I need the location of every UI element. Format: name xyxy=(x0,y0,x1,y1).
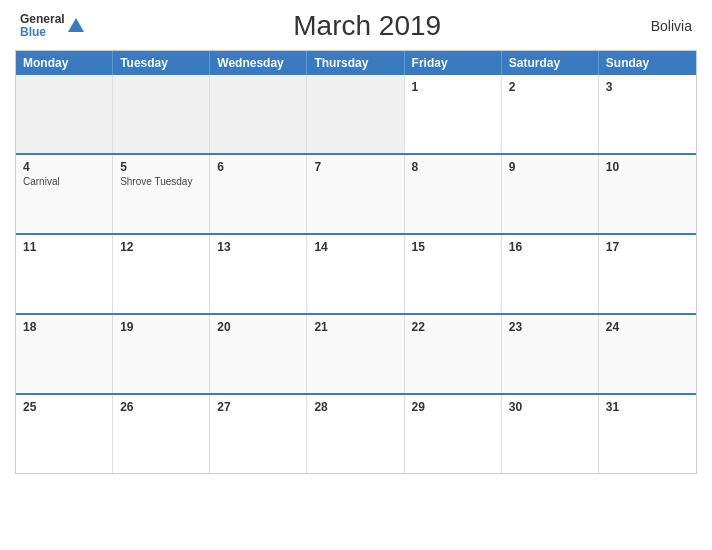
day-cell-25: 25 xyxy=(16,395,113,473)
day-cell-28: 28 xyxy=(307,395,404,473)
weeks-container: 1234Carnival5Shrove Tuesday6789101112131… xyxy=(16,75,696,473)
day-number: 24 xyxy=(606,320,689,334)
day-number: 3 xyxy=(606,80,689,94)
day-cell-31: 31 xyxy=(599,395,696,473)
day-cell-empty-3 xyxy=(307,75,404,153)
day-cell-empty-2 xyxy=(210,75,307,153)
day-cell-empty-1 xyxy=(113,75,210,153)
day-cell-13: 13 xyxy=(210,235,307,313)
day-number: 13 xyxy=(217,240,299,254)
calendar-container: General Blue March 2019 Bolivia MondayTu… xyxy=(0,0,712,550)
day-cell-20: 20 xyxy=(210,315,307,393)
week-row-2: 4Carnival5Shrove Tuesday678910 xyxy=(16,153,696,233)
country-label: Bolivia xyxy=(651,18,692,34)
day-header-monday: Monday xyxy=(16,51,113,75)
day-number: 30 xyxy=(509,400,591,414)
day-number: 15 xyxy=(412,240,494,254)
day-cell-30: 30 xyxy=(502,395,599,473)
day-number: 28 xyxy=(314,400,396,414)
week-row-3: 11121314151617 xyxy=(16,233,696,313)
day-cell-4: 4Carnival xyxy=(16,155,113,233)
day-cell-26: 26 xyxy=(113,395,210,473)
logo: General Blue xyxy=(20,13,84,39)
calendar-header: General Blue March 2019 Bolivia xyxy=(15,10,697,42)
day-number: 31 xyxy=(606,400,689,414)
day-headers-row: MondayTuesdayWednesdayThursdayFridaySatu… xyxy=(16,51,696,75)
day-number: 26 xyxy=(120,400,202,414)
day-number: 9 xyxy=(509,160,591,174)
day-cell-10: 10 xyxy=(599,155,696,233)
day-header-wednesday: Wednesday xyxy=(210,51,307,75)
week-row-5: 25262728293031 xyxy=(16,393,696,473)
day-number: 23 xyxy=(509,320,591,334)
day-cell-29: 29 xyxy=(405,395,502,473)
day-cell-16: 16 xyxy=(502,235,599,313)
day-cell-11: 11 xyxy=(16,235,113,313)
day-number: 27 xyxy=(217,400,299,414)
day-number: 17 xyxy=(606,240,689,254)
day-number: 21 xyxy=(314,320,396,334)
day-cell-8: 8 xyxy=(405,155,502,233)
day-cell-21: 21 xyxy=(307,315,404,393)
day-cell-22: 22 xyxy=(405,315,502,393)
day-cell-14: 14 xyxy=(307,235,404,313)
day-cell-9: 9 xyxy=(502,155,599,233)
day-cell-23: 23 xyxy=(502,315,599,393)
day-cell-3: 3 xyxy=(599,75,696,153)
logo-triangle-icon xyxy=(68,18,84,32)
day-event: Carnival xyxy=(23,176,105,187)
day-cell-27: 27 xyxy=(210,395,307,473)
month-title: March 2019 xyxy=(293,10,441,42)
day-number: 12 xyxy=(120,240,202,254)
day-cell-5: 5Shrove Tuesday xyxy=(113,155,210,233)
day-header-tuesday: Tuesday xyxy=(113,51,210,75)
day-cell-7: 7 xyxy=(307,155,404,233)
day-number: 16 xyxy=(509,240,591,254)
day-number: 25 xyxy=(23,400,105,414)
day-number: 11 xyxy=(23,240,105,254)
day-number: 8 xyxy=(412,160,494,174)
calendar-grid: MondayTuesdayWednesdayThursdayFridaySatu… xyxy=(15,50,697,474)
day-number: 1 xyxy=(412,80,494,94)
logo-text: General Blue xyxy=(20,13,65,39)
day-number: 6 xyxy=(217,160,299,174)
day-header-friday: Friday xyxy=(405,51,502,75)
day-header-thursday: Thursday xyxy=(307,51,404,75)
day-number: 5 xyxy=(120,160,202,174)
day-cell-19: 19 xyxy=(113,315,210,393)
day-number: 22 xyxy=(412,320,494,334)
day-header-sunday: Sunday xyxy=(599,51,696,75)
day-number: 10 xyxy=(606,160,689,174)
day-number: 18 xyxy=(23,320,105,334)
day-cell-12: 12 xyxy=(113,235,210,313)
day-cell-1: 1 xyxy=(405,75,502,153)
day-cell-6: 6 xyxy=(210,155,307,233)
day-number: 7 xyxy=(314,160,396,174)
day-number: 29 xyxy=(412,400,494,414)
day-number: 20 xyxy=(217,320,299,334)
day-number: 2 xyxy=(509,80,591,94)
day-cell-17: 17 xyxy=(599,235,696,313)
day-event: Shrove Tuesday xyxy=(120,176,202,187)
day-number: 19 xyxy=(120,320,202,334)
day-cell-15: 15 xyxy=(405,235,502,313)
logo-blue-text: Blue xyxy=(20,26,65,39)
day-cell-2: 2 xyxy=(502,75,599,153)
day-number: 4 xyxy=(23,160,105,174)
week-row-1: 123 xyxy=(16,75,696,153)
day-number: 14 xyxy=(314,240,396,254)
day-cell-24: 24 xyxy=(599,315,696,393)
day-cell-empty-0 xyxy=(16,75,113,153)
day-cell-18: 18 xyxy=(16,315,113,393)
day-header-saturday: Saturday xyxy=(502,51,599,75)
week-row-4: 18192021222324 xyxy=(16,313,696,393)
